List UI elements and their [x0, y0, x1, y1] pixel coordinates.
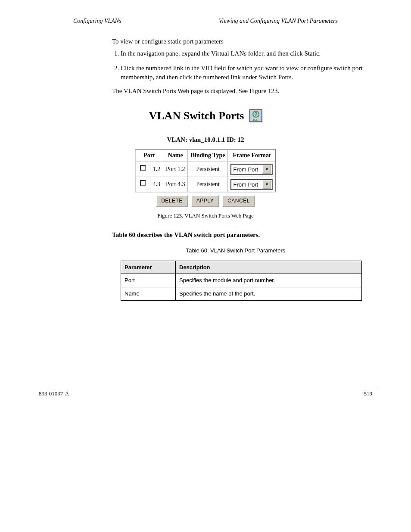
ports-table-header-row: Port Name Binding Type Frame Format [135, 149, 276, 162]
cell-binding: Persistent [188, 162, 228, 177]
th-parameter: Parameter [121, 261, 176, 274]
page-content: To view or configure static port paramet… [0, 29, 411, 301]
svg-text:?: ? [254, 112, 257, 117]
cell-port: 4.3 [150, 177, 163, 193]
step-1-text: In the navigation pane, expand the Virtu… [121, 50, 321, 57]
table-row: 4.3 Port 4.3 Persistent From Port ▼ [135, 177, 276, 193]
cell-desc: Specifies the module and port number. [176, 274, 362, 287]
cell-name: Port 4.3 [163, 177, 188, 193]
figure-caption: Figure 123. VLAN Switch Ports Web Page [34, 212, 377, 220]
button-row: DELETE APPLY CANCEL [113, 195, 298, 206]
cell-port: 1.2 [150, 162, 163, 177]
param-table-header-row: Parameter Description [121, 261, 362, 274]
table-row: Name Specifies the name of the port. [121, 287, 362, 301]
page-footer: 893-01037-A 519 [34, 387, 377, 411]
chevron-down-icon[interactable]: ▼ [262, 180, 271, 189]
param-table-title: Table 60. VLAN Switch Port Parameters [95, 247, 377, 255]
select-value: From Port [231, 166, 262, 174]
th-binding: Binding Type [188, 149, 228, 162]
cancel-button[interactable]: CANCEL [222, 195, 255, 206]
delete-button[interactable]: DELETE [156, 195, 188, 206]
figure-vlan-switch-ports: VLAN Switch Ports ? Help VLAN: vlan_10.0… [113, 108, 298, 206]
help-icon[interactable]: ? Help [249, 109, 262, 122]
cell-param: Port [121, 274, 176, 287]
intro-line: To view or configure static port paramet… [34, 37, 377, 46]
frame-format-select[interactable]: From Port ▼ [230, 179, 273, 190]
th-port: Port [135, 149, 163, 162]
header-right: Viewing and Configuring VLAN Port Parame… [219, 17, 338, 25]
row-checkbox[interactable] [140, 180, 146, 186]
step-2-text: Click the numbered link in the VID field… [121, 65, 363, 80]
table-row: Port Specifies the module and port numbe… [121, 274, 362, 287]
table-row: 1.2 Port 1.2 Persistent From Port ▼ [135, 162, 276, 177]
select-value: From Port [231, 181, 262, 189]
row-checkbox[interactable] [140, 165, 146, 171]
step-2: Click the numbered link in the VID field… [121, 64, 377, 81]
chevron-down-icon[interactable]: ▼ [262, 165, 271, 174]
page-header: Configuring VLANs Viewing and Configurin… [34, 0, 377, 29]
intro-after: The VLAN Switch Ports Web page is displa… [34, 87, 377, 95]
step-1: In the navigation pane, expand the Virtu… [121, 49, 377, 58]
cell-desc: Specifies the name of the port. [176, 287, 362, 301]
figure-subtitle: VLAN: vlan_10.0.1.1 ID: 12 [113, 135, 298, 144]
cell-name: Port 1.2 [163, 162, 188, 177]
th-name: Name [163, 149, 188, 162]
ports-table: Port Name Binding Type Frame Format 1.2 … [135, 149, 277, 193]
frame-format-select[interactable]: From Port ▼ [230, 164, 273, 175]
header-left: Configuring VLANs [73, 17, 121, 25]
cell-binding: Persistent [188, 177, 228, 193]
param-table: Parameter Description Port Specifies the… [121, 261, 362, 301]
section-sub: Table 60 describes the VLAN switch port … [34, 230, 377, 239]
figure-title: VLAN Switch Ports [149, 108, 244, 123]
th-description: Description [176, 261, 362, 274]
cell-param: Name [121, 287, 176, 301]
apply-button[interactable]: APPLY [191, 195, 219, 206]
footer-left: 893-01037-A [39, 390, 69, 398]
footer-right: 519 [364, 390, 373, 398]
th-frame: Frame Format [228, 149, 276, 162]
